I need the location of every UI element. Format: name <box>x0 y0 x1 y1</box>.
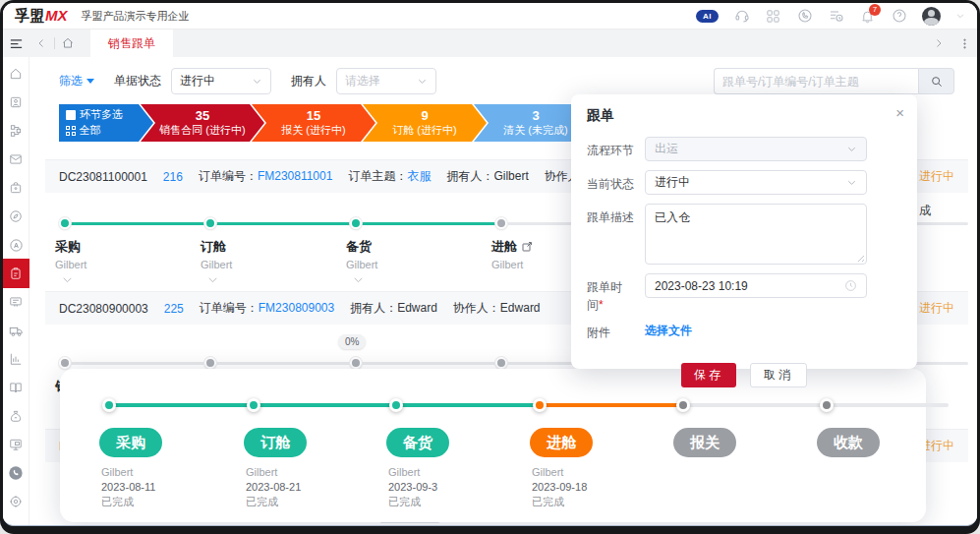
apps-grid-icon[interactable] <box>765 8 781 25</box>
attachment-field-label: 附件 <box>587 319 636 341</box>
step-dot-pending[interactable] <box>59 357 71 369</box>
sidebar-settings-icon[interactable] <box>7 493 25 510</box>
step-dot-done[interactable] <box>59 217 71 229</box>
main-content: 筛选 单据状态 进行中 拥有人 请选择 环节多选 全部 35销售合同 (进行中)… <box>29 57 968 525</box>
stage-select-disabled: 出运 <box>645 137 867 161</box>
all-grid-icon <box>66 126 76 136</box>
sidebar-contacts-icon[interactable] <box>7 93 25 111</box>
help-icon[interactable] <box>891 8 907 25</box>
collapse-sidebar-icon[interactable] <box>3 30 29 57</box>
tabs-scroll-right-icon[interactable] <box>926 30 951 57</box>
current-status-select[interactable]: 进行中 <box>645 170 867 195</box>
timeline-step-pill[interactable]: 订舱 <box>244 428 307 457</box>
top-bar: 孚盟MX 孚盟产品演示专用企业 AI 7 <box>3 3 977 30</box>
sidebar-briefcase-icon[interactable] <box>7 179 25 197</box>
order-no-link[interactable]: FM230811001 <box>258 169 333 183</box>
edit-icon[interactable] <box>521 241 533 253</box>
sidebar-money-bag-icon[interactable] <box>7 407 25 425</box>
timeline-step-pill[interactable]: 收款 <box>817 428 880 457</box>
user-menu-chevron-icon[interactable] <box>955 8 965 25</box>
step-dot-pending[interactable] <box>495 217 507 229</box>
timeline-step-meta: Gilbert2023-09-18已完成 <box>532 465 587 509</box>
sidebar-circle-a-icon[interactable] <box>7 236 25 254</box>
sidebar-whatsapp-icon[interactable] <box>7 464 25 482</box>
sidebar-follow-up-icon-active[interactable] <box>3 259 29 288</box>
choose-file-link[interactable]: 选择文件 <box>645 319 692 341</box>
stage-multi-select-block: 环节多选 全部 <box>59 104 153 142</box>
multi-select-label: 环节多选 <box>80 108 123 122</box>
logo-text: 孚盟 <box>15 7 44 24</box>
time-value: 2023-08-23 10:19 <box>655 279 748 293</box>
sidebar-org-structure-icon[interactable] <box>7 122 25 140</box>
cancel-button[interactable]: 取消 <box>750 363 807 387</box>
sidebar-compass-icon[interactable] <box>7 208 25 225</box>
order-no-link[interactable]: FM230809003 <box>259 301 334 315</box>
back-chevron-icon[interactable] <box>29 30 54 57</box>
sidebar-truck-icon[interactable] <box>7 322 25 339</box>
modal-close-icon[interactable]: × <box>895 104 904 121</box>
timeline-dot-todo[interactable] <box>676 398 690 412</box>
step-name: 备货 <box>346 238 377 256</box>
notifications-bell-icon[interactable]: 7 <box>859 8 876 25</box>
stage-customs[interactable]: 15报关 (进行中) <box>252 104 375 142</box>
status-badge: 进行中 <box>919 168 958 185</box>
timeline-step-pill[interactable]: 备货 <box>386 428 449 457</box>
search-button[interactable] <box>918 68 954 94</box>
textarea-resize-handle[interactable] <box>855 253 864 262</box>
expand-step-icon[interactable] <box>61 273 74 289</box>
timeline-dot-todo[interactable] <box>820 398 834 412</box>
search-input[interactable] <box>714 68 918 94</box>
timeline-dot-done[interactable] <box>247 398 260 412</box>
ai-assistant-icon[interactable]: AI <box>696 10 719 23</box>
sidebar-book-icon[interactable] <box>7 379 25 396</box>
stage-booking[interactable]: 9订舱 (进行中) <box>363 104 487 142</box>
stage-count: 35 <box>196 108 209 124</box>
chevron-down-icon <box>417 76 428 87</box>
timeline-dot-done[interactable] <box>102 398 116 412</box>
description-textarea[interactable]: 已入仓 <box>645 204 867 265</box>
tab-sales-follow-up[interactable]: 销售跟单 <box>90 30 173 57</box>
sidebar-monitor-icon[interactable] <box>7 436 25 453</box>
order-badge-count[interactable]: 216 <box>163 170 183 184</box>
timeline-step-meta: Gilbert2023-09-3已完成 <box>388 465 437 509</box>
filter-toggle[interactable]: 筛选 <box>59 73 94 89</box>
expand-step-icon[interactable] <box>352 273 365 289</box>
sidebar-mail-icon[interactable] <box>7 150 25 168</box>
save-button[interactable]: 保存 <box>681 363 736 387</box>
step-dot-done[interactable] <box>204 217 216 229</box>
active-tab-label: 销售跟单 <box>108 35 155 52</box>
step-dot-done[interactable] <box>350 217 362 229</box>
all-stages-label[interactable]: 全部 <box>80 124 101 138</box>
timeline-step-pill[interactable]: 报关 <box>673 428 736 457</box>
headset-support-icon[interactable] <box>733 8 750 25</box>
sidebar-dashboard-icon[interactable] <box>7 293 25 311</box>
sidebar-home-icon[interactable] <box>7 65 25 83</box>
doc-status-label: 单据状态 <box>114 73 161 89</box>
filter-label: 筛选 <box>59 73 83 89</box>
timeline-step-pill[interactable]: 进舱 <box>530 428 593 457</box>
subject-link[interactable]: 衣服 <box>407 169 431 183</box>
doc-status-select[interactable]: 进行中 <box>171 68 271 94</box>
user-avatar[interactable] <box>922 7 941 26</box>
step-dot-pending[interactable] <box>204 357 216 369</box>
sidebar-bar-chart-icon[interactable] <box>7 350 25 368</box>
timeline-dot-done[interactable] <box>389 398 403 412</box>
task-history-icon[interactable] <box>828 8 844 25</box>
expand-step-icon[interactable] <box>206 273 219 289</box>
tabs-more-icon[interactable] <box>951 30 977 57</box>
step-dot-pending[interactable] <box>350 357 362 369</box>
timeline-dot-current[interactable] <box>533 398 547 412</box>
status-badge: 进行中 <box>919 300 958 317</box>
stage-sales-contract[interactable]: 35销售合同 (进行中) <box>141 104 264 142</box>
owner-placeholder: 请选择 <box>345 73 380 89</box>
timeline-step-pill[interactable]: 采购 <box>99 428 162 457</box>
home-tab-icon[interactable] <box>55 30 81 57</box>
order-badge-count[interactable]: 225 <box>164 302 184 316</box>
step-dot-pending[interactable] <box>495 357 507 369</box>
follow-up-time-input[interactable]: 2023-08-23 10:19 <box>645 273 867 298</box>
app-window: 孚盟MX 孚盟产品演示专用企业 AI 7 销售跟单 <box>0 0 980 534</box>
whatsapp-icon[interactable] <box>796 8 813 25</box>
owner-select[interactable]: 请选择 <box>336 68 436 94</box>
multi-select-checkbox[interactable] <box>66 110 76 120</box>
filter-caret-icon <box>86 79 94 84</box>
